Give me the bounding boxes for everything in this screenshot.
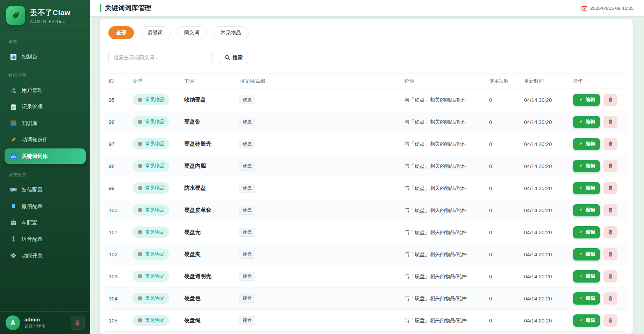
- edit-button[interactable]: 编辑: [573, 116, 600, 128]
- search-button[interactable]: 搜索: [219, 51, 248, 64]
- cell-updated-at: 04/14 20:20: [521, 243, 570, 265]
- type-badge-label: 常见物品: [145, 119, 164, 125]
- cell-synonyms: 硬盘: [236, 155, 401, 177]
- trash-icon: [608, 97, 613, 103]
- edit-button[interactable]: 编辑: [573, 160, 600, 172]
- delete-button[interactable]: [603, 248, 617, 260]
- delete-button[interactable]: [603, 314, 617, 327]
- sidebar-item-功能开关[interactable]: 功能开关: [5, 248, 86, 263]
- sidebar-item-label: 关键词词库: [22, 153, 48, 160]
- delete-button[interactable]: [603, 116, 617, 128]
- type-badge: 常见物品: [133, 227, 169, 238]
- gear-icon: [9, 252, 17, 259]
- cell-updated-at: 04/14 20:20: [521, 89, 570, 111]
- column-header: 同义词/后缀: [236, 74, 401, 89]
- edit-button[interactable]: 编辑: [573, 138, 600, 150]
- delete-button[interactable]: [603, 94, 617, 106]
- sidebar-item-label: 微信配置: [22, 203, 43, 210]
- edit-button[interactable]: 编辑: [573, 270, 600, 283]
- edit-button-label: 编辑: [586, 273, 595, 279]
- edit-pencil-icon: [578, 296, 583, 301]
- package-icon: [137, 119, 143, 125]
- sidebar-item-label: 用户管理: [22, 87, 43, 94]
- edit-button[interactable]: 编辑: [573, 204, 600, 216]
- synonym-tag: 硬盘: [239, 118, 255, 126]
- cell-synonyms: 硬盘: [236, 265, 401, 287]
- trash-icon: [608, 251, 613, 257]
- package-icon: [137, 318, 143, 323]
- edit-button-label: 编辑: [586, 97, 595, 103]
- edit-button[interactable]: 编辑: [573, 292, 600, 305]
- tab-后缀词[interactable]: 后缀词: [140, 26, 171, 39]
- type-badge: 常见物品: [133, 249, 169, 260]
- tab-全部[interactable]: 全部: [108, 26, 134, 39]
- sidebar-item-关键词词库[interactable]: abc关键词词库: [5, 148, 86, 164]
- search-button-label: 搜索: [232, 54, 243, 61]
- type-badge-label: 常见物品: [145, 273, 164, 279]
- calendar-icon: [581, 5, 587, 11]
- sidebar-item-短信配置[interactable]: 短信配置: [5, 182, 86, 197]
- delete-button[interactable]: [603, 160, 617, 172]
- app-name: 丢不了Claw: [30, 8, 71, 18]
- cell-usage-count: 0: [486, 155, 521, 177]
- topbar: 关键词词库管理 2026/04/15 09:41:35: [90, 0, 644, 16]
- edit-button[interactable]: 编辑: [573, 182, 600, 194]
- package-icon: [137, 273, 143, 279]
- type-badge: 常见物品: [133, 271, 169, 282]
- edit-pencil-icon: [578, 141, 583, 147]
- delete-button[interactable]: [603, 204, 617, 216]
- sidebar-item-用户管理[interactable]: 用户管理: [5, 83, 86, 98]
- type-badge: 常见物品: [133, 116, 169, 127]
- tab-常见物品[interactable]: 常见物品: [213, 26, 249, 39]
- sidebar-item-知识库[interactable]: 知识库: [5, 116, 86, 131]
- sidebar-item-记录管理[interactable]: 记录管理: [5, 99, 86, 114]
- synonym-tag: 硬盘: [239, 206, 255, 215]
- app-logo-icon: [6, 6, 25, 25]
- search-input[interactable]: [108, 51, 213, 64]
- cell-usage-count: 0: [486, 221, 521, 243]
- sidebar-item-动词知识库[interactable]: 动词知识库: [5, 132, 86, 147]
- sidebar-item-label: 功能开关: [22, 252, 43, 259]
- table-row: 97常见物品硬盘硅胶壳硬盘与「硬盘」相关的物品/配件004/14 20:20编辑: [105, 133, 627, 155]
- trash-icon: [608, 318, 613, 323]
- synonym-tag: 硬盘: [239, 96, 255, 104]
- trash-icon: [608, 229, 613, 235]
- synonym-tag: 硬盘: [239, 250, 255, 259]
- user-box: A admin 超级管理员: [0, 311, 90, 334]
- tab-同义词[interactable]: 同义词: [177, 26, 207, 39]
- delete-button[interactable]: [603, 226, 617, 238]
- datetime-text: 2026/04/15 09:41:35: [590, 6, 634, 11]
- delete-button[interactable]: [603, 182, 617, 194]
- edit-button[interactable]: 编辑: [573, 226, 600, 238]
- edit-pencil-icon: [578, 208, 583, 213]
- edit-button[interactable]: 编辑: [573, 94, 600, 106]
- edit-button[interactable]: 编辑: [573, 314, 600, 327]
- table-row: 99常见物品防水硬盘硬盘与「硬盘」相关的物品/配件004/14 20:20编辑: [105, 177, 627, 199]
- books-icon: [9, 120, 17, 127]
- chart-icon: [9, 53, 17, 60]
- logout-button[interactable]: [71, 316, 85, 330]
- sidebar-item-AI配置[interactable]: AI配置: [5, 215, 86, 230]
- sidebar-item-label: 知识库: [22, 120, 37, 127]
- avatar: A: [6, 315, 20, 330]
- cell-synonyms: 硬盘: [236, 309, 401, 332]
- edit-button[interactable]: 编辑: [573, 248, 600, 260]
- package-icon: [137, 207, 143, 213]
- cell-description: 与「硬盘」相关的物品/配件: [401, 265, 486, 287]
- user-name: admin: [24, 316, 66, 322]
- delete-button[interactable]: [603, 270, 617, 283]
- edit-pencil-icon: [578, 318, 583, 323]
- trash-icon: [608, 163, 613, 169]
- edit-button-label: 编辑: [586, 229, 595, 235]
- delete-button[interactable]: [603, 138, 617, 150]
- sidebar-item-语音配置[interactable]: 语音配置: [5, 231, 86, 247]
- filter-tabs: 全部后缀词同义词常见物品: [100, 19, 633, 39]
- package-icon: [137, 229, 143, 235]
- sidebar-item-控制台[interactable]: 控制台: [5, 49, 86, 64]
- cell-main-word: 硬盘带: [181, 111, 236, 133]
- cell-description: 与「硬盘」相关的物品/配件: [401, 221, 486, 243]
- sidebar-item-微信配置[interactable]: 微信配置: [5, 199, 86, 214]
- cell-main-word: 硬盘绳: [181, 309, 236, 332]
- delete-button[interactable]: [603, 292, 617, 305]
- package-icon: [137, 141, 143, 147]
